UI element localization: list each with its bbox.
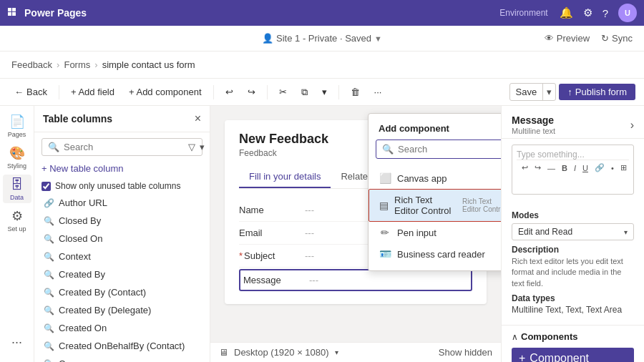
unused-columns-checkbox[interactable] <box>42 182 51 191</box>
popup-item[interactable]: ✏Pen input <box>369 222 501 243</box>
panel-item[interactable]: 🔍Currency <box>34 355 210 362</box>
redo-button[interactable]: ↪ <box>242 84 261 100</box>
panel-search-box[interactable]: 🔍 ▽ ▾ <box>42 138 203 156</box>
setup-icon: ⚙ <box>11 208 23 224</box>
copy-button[interactable]: ⧉ <box>296 84 313 101</box>
bell-icon[interactable]: 🔔 <box>560 6 573 19</box>
form-area: New Feedback Feedback Fill in your detai… <box>210 106 501 362</box>
sidebar-item-setup[interactable]: ⚙ Set up <box>3 206 31 235</box>
form-row-message[interactable]: Message --- <box>239 269 472 291</box>
panel-item-label: Author URL <box>59 197 107 208</box>
panel-search-input[interactable] <box>64 142 184 152</box>
popup-item[interactable]: 🪪Business card reader <box>369 243 501 265</box>
panel-item[interactable]: 🔍Context <box>34 248 210 265</box>
panel-item[interactable]: 🔍Created On <box>34 319 210 337</box>
styling-icon: 🎨 <box>9 145 25 161</box>
save-split-button[interactable]: Save ▾ <box>509 83 557 101</box>
back-button[interactable]: ← Back <box>9 84 53 100</box>
panel-item[interactable]: 🔗Author URL <box>34 194 210 212</box>
settings-icon[interactable]: ⚙ <box>583 6 592 19</box>
panel-item[interactable]: 🔍Created By (Contact) <box>34 283 210 301</box>
back-label: Back <box>26 87 47 97</box>
popup-item-icon: ✏ <box>379 227 391 238</box>
panel-item[interactable]: 🔍Created OnBehalfBy (Contact) <box>34 337 210 355</box>
site-person-icon: 👤 <box>262 33 273 44</box>
rp-text-editor[interactable]: Type something... ↩ ↪ — B I U 🔗 • ⊞ <box>512 145 634 195</box>
popup-search-box[interactable]: 🔍 <box>376 140 501 159</box>
preview-button[interactable]: 👁 Preview <box>545 33 590 44</box>
panel-item[interactable]: 🔍Created By <box>34 265 210 283</box>
publish-form-button[interactable]: ↑ Publish form <box>559 84 635 100</box>
more-options-button[interactable]: ··· <box>369 84 388 100</box>
add-component-btn[interactable]: + Component <box>512 348 634 362</box>
popup-title: Add component <box>379 123 449 134</box>
right-panel-subtitle: Multiline text <box>512 127 630 135</box>
popup-item-icon: 🪪 <box>379 248 391 260</box>
panel-item-icon: 🔍 <box>43 359 54 363</box>
add-component-plus-icon: + <box>519 352 525 362</box>
form-row-name-label: Name <box>239 205 296 215</box>
show-hidden-button[interactable]: Show hidden <box>439 347 492 358</box>
popup-item-icon: ⬜ <box>379 172 391 184</box>
more-clipboard-button[interactable]: ▾ <box>316 84 333 100</box>
right-panel: Message Multiline text › Type something.… <box>501 106 644 362</box>
popup-item-icon: ▤ <box>379 200 389 211</box>
rp-editor-section: Type something... ↩ ↪ — B I U 🔗 • ⊞ <box>502 139 644 200</box>
apps-icon[interactable] <box>7 7 19 19</box>
sidebar-more-button[interactable]: ··· <box>3 328 31 356</box>
popup-item-label: Business card reader <box>397 249 485 260</box>
save-dropdown-button[interactable]: ▾ <box>542 84 555 100</box>
tab-fill-details[interactable]: Fill in your details <box>239 167 331 188</box>
modes-dropdown[interactable]: Edit and Read ▾ <box>512 223 634 240</box>
panel-close-button[interactable]: × <box>195 113 201 124</box>
modes-value: Edit and Read <box>518 227 624 237</box>
cut-button[interactable]: ✂ <box>273 84 293 100</box>
save-button[interactable]: Save <box>510 84 543 100</box>
et-link[interactable]: 🔗 <box>592 162 607 173</box>
avatar[interactable]: U <box>618 4 637 22</box>
help-icon[interactable]: ? <box>602 7 608 19</box>
panel-filter-dropdown-icon[interactable]: ▾ <box>200 142 205 152</box>
panel-search-icon: 🔍 <box>48 142 59 152</box>
footer-dropdown-icon[interactable]: ▾ <box>335 348 338 356</box>
panel-item[interactable]: 🔍Closed By <box>34 212 210 230</box>
panel-filter-icon[interactable]: ▽ <box>188 142 195 152</box>
right-panel-chevron[interactable]: › <box>630 119 634 132</box>
add-component-btn-label: Component <box>530 352 589 362</box>
popup-search-input[interactable] <box>398 144 501 155</box>
breadcrumb-forms[interactable]: Forms <box>64 59 90 70</box>
left-sidebar: 📄 Pages 🎨 Styling 🗄 Data ⚙ Set up ··· <box>0 106 34 362</box>
et-undo[interactable]: ↩ <box>519 162 530 173</box>
panel-item-label: Closed By <box>59 215 101 226</box>
et-bold[interactable]: B <box>560 163 570 173</box>
delete-button[interactable]: 🗑 <box>345 84 366 100</box>
components-chevron-icon[interactable]: ∧ <box>512 332 518 342</box>
popup-header: Add component <box>369 114 501 140</box>
et-italic[interactable]: I <box>572 163 578 173</box>
datatypes-label: Data types <box>512 293 634 303</box>
panel-item-icon: 🔍 <box>43 216 54 226</box>
panel-item-icon: 🔍 <box>43 252 54 262</box>
undo-button[interactable]: ↩ <box>220 84 239 100</box>
add-column-button[interactable]: + New table column <box>42 163 124 174</box>
popup-search-icon: 🔍 <box>382 144 394 155</box>
sync-button[interactable]: ↻ Sync <box>601 33 633 44</box>
et-underline[interactable]: U <box>580 163 590 173</box>
popup-item[interactable]: ▤Rich Text Editor ControlRich Text Edito… <box>369 189 501 222</box>
et-dash[interactable]: — <box>545 163 557 173</box>
add-field-button[interactable]: + Add field <box>65 84 120 100</box>
sidebar-item-styling[interactable]: 🎨 Styling <box>3 143 31 172</box>
et-list[interactable]: • <box>609 163 616 173</box>
et-table[interactable]: ⊞ <box>618 162 629 173</box>
sidebar-item-pages[interactable]: 📄 Pages <box>3 112 31 140</box>
sidebar-item-data[interactable]: 🗄 Data <box>3 175 31 203</box>
panel-items-list: 🔗Author URL🔍Closed By🔍Closed On🔍Context🔍… <box>34 194 210 362</box>
breadcrumb-feedback[interactable]: Feedback <box>11 59 52 70</box>
popup-item[interactable]: ⬜Canvas app <box>369 167 501 189</box>
panel-item[interactable]: 🔍Created By (Delegate) <box>34 301 210 319</box>
et-redo[interactable]: ↪ <box>532 162 543 173</box>
site-selector[interactable]: 👤 Site 1 - Private · Saved ▼ <box>218 33 425 44</box>
panel-item[interactable]: 🔍Closed On <box>34 230 210 248</box>
site-dropdown-icon[interactable]: ▼ <box>374 34 382 43</box>
add-component-button[interactable]: + Add component <box>123 84 208 100</box>
